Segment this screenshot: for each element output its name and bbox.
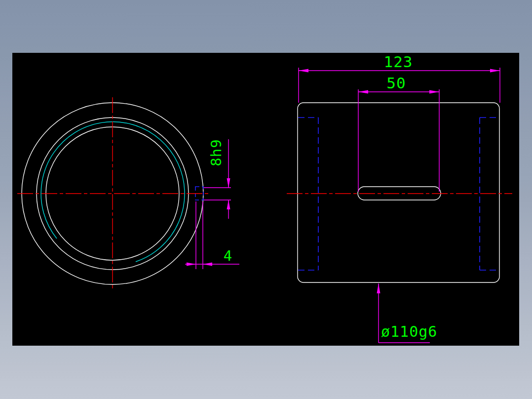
arrowhead-right-icon — [429, 90, 439, 94]
outer-diameter-label: ø110g6 — [381, 323, 437, 340]
arrowhead-up-icon — [227, 200, 230, 209]
arrowhead-left-icon — [203, 263, 212, 266]
front-centerlines — [17, 97, 208, 290]
arrowhead-right-icon — [187, 263, 196, 266]
arrowhead-left-icon — [358, 90, 368, 94]
arrowhead-right-icon — [490, 69, 500, 73]
part-body-outline — [298, 103, 499, 282]
keyway-length-label: 50 — [386, 74, 406, 92]
front-view: 8h9 4 — [17, 97, 239, 290]
drawing-canvas[interactable]: 8h9 4 — [12, 53, 519, 346]
arrowhead-left-icon — [299, 69, 308, 73]
arrowhead-down-icon — [227, 178, 230, 188]
dimension-keyway-length — [358, 89, 439, 192]
drawing-svg: 8h9 4 — [12, 53, 519, 346]
side-view: 123 50 ø110g6 — [287, 53, 512, 343]
keyway-width-label: 8h9 — [208, 139, 225, 166]
cad-viewport: 8h9 4 — [0, 0, 532, 399]
overall-length-label: 123 — [384, 53, 413, 71]
side-outline-layer — [298, 103, 499, 282]
keyway-depth-label: 4 — [224, 247, 232, 264]
arrowhead-up-icon — [377, 283, 380, 293]
